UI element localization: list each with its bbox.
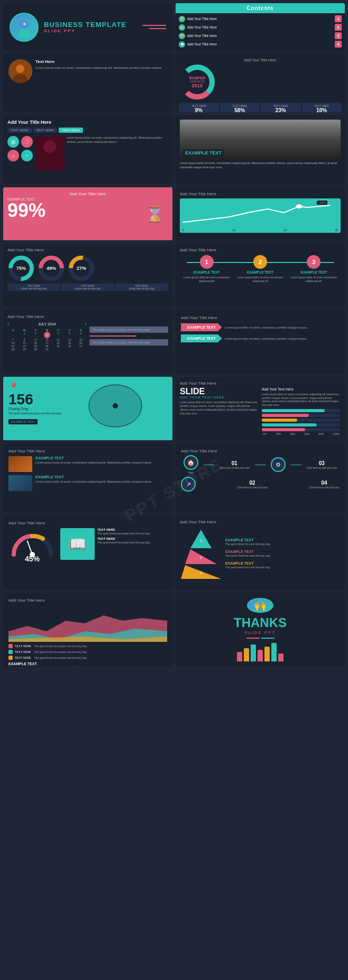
- step-circle-2: 2: [253, 255, 267, 269]
- step-title-2: EXAMPLE TEXT: [247, 270, 273, 274]
- slide-title: Add Your Title Here: [8, 449, 167, 453]
- cal-header: ‹ JULY 2014 ›: [7, 321, 87, 327]
- donut-year: 201X: [189, 83, 205, 88]
- slide-calendar: Add Your Title Here ‹ JULY 2014 › S M T …: [3, 310, 172, 374]
- tab-2[interactable]: TEXT HERE: [33, 128, 58, 133]
- slide-tabs-icons: Add Your Title Here TEXT HERE TEXT HERE …: [3, 115, 172, 184]
- map-example: EXAMPLE TEXT: [8, 419, 38, 424]
- step-body-3: Lorem ipsum dolor sit amet consectetur a…: [287, 276, 341, 283]
- flow-connector-1: [204, 465, 214, 465]
- contents-list: 🏆 Add Your Title Here 1 🏡 Add Your Title…: [176, 13, 345, 50]
- book-icon: 📖: [60, 528, 95, 560]
- tab-1[interactable]: TEXT HERE: [7, 128, 32, 133]
- pyr-item-2: EXAMPLE TEXT The quick brown fox over th…: [225, 550, 270, 557]
- step-body-2: Lorem ipsum dolor sit amet consectetur a…: [233, 276, 287, 283]
- thanks-sub: SLIDE PPT: [245, 630, 276, 635]
- item-icon-1: 🏆: [179, 16, 185, 22]
- pyramid-svg: 1 2 3: [180, 527, 222, 580]
- flow-node-04: 04 Click here to edit your text: [309, 480, 340, 489]
- brand-title: BUSINESS TEMPLATE: [44, 21, 126, 29]
- avatar: ✈: [10, 13, 39, 42]
- text-title: Text Here: [35, 59, 162, 64]
- hbar-track: [262, 414, 341, 417]
- slide-title: Add Your Title Here: [181, 315, 340, 320]
- stat-4: TEXT HERE 10%: [302, 103, 342, 112]
- donut-label1: BUMPER: [189, 76, 205, 80]
- article-img-2: [8, 475, 32, 491]
- area-footer: EXAMPLE TEXT Lorem ipsum dolor sit amet,…: [8, 662, 167, 667]
- slide-title: Add Your Title Here: [8, 598, 167, 603]
- legend-3: TEXT HERE The quick brown fox jumps over…: [8, 656, 167, 660]
- article-img-1: [8, 456, 32, 472]
- donut-center: BUMPER HARVEST 201X: [189, 76, 205, 88]
- svg-point-11: [43, 140, 56, 153]
- legend-label-2: TEXT HERE: [15, 650, 31, 654]
- svg-point-1: [18, 29, 31, 38]
- flow-num-01: 01: [232, 460, 237, 466]
- speedo-right: 📖 TEXT HERE The quick brown fox jumps ov…: [60, 528, 167, 560]
- circle-1: 75%: [7, 255, 35, 282]
- bar-label-2: TEXT HEREjumps over the lazy dog: [61, 284, 114, 291]
- decorative-lines: [132, 25, 166, 29]
- flow-start-label: Start: [188, 471, 194, 474]
- hbar-fill-2: [262, 414, 309, 417]
- slide-photo-example: EXAMPLE TEXT Lorem ipsum dolor sit amet,…: [176, 115, 345, 184]
- article-title-1: EXAMPLE TEXT: [35, 456, 152, 460]
- cal-cell: 2: [30, 332, 41, 338]
- item-num-1: 1: [335, 15, 342, 22]
- cal-cell: 26: [64, 344, 75, 348]
- stat-3: TEXT HERE 23%: [261, 103, 301, 112]
- legend-body-1: The quick brown fox jumps over the lazy …: [34, 645, 87, 648]
- ribbons: EXAMPLE TEXT Lorem ipsum dolor sit amet,…: [181, 323, 340, 342]
- map-content: 📍 156 Chung Cing The quick brown fox jum…: [8, 382, 167, 430]
- contents-header: Contents: [176, 3, 345, 13]
- hbar-fill-5: [262, 428, 305, 431]
- pyramid-content: 1 2 3 EXAMPLE TEXT The quick brown fox o…: [180, 527, 341, 580]
- list-item: 🏆 Add Your Title Here 1: [179, 15, 342, 22]
- flow-desc-04: Click here to edit your text: [309, 486, 340, 489]
- bar-col-7: [278, 654, 283, 661]
- slide-left: SLIDE ADD YOUR TEXT HERE Lorem ipsum dol…: [180, 387, 259, 435]
- timeline: 1 EXAMPLE TEXT Lorem ipsum dolor sit ame…: [180, 255, 341, 283]
- cal-cell: 30: [30, 348, 41, 351]
- flow-desc-03: Click here to edit your text: [306, 466, 337, 469]
- slide-add-text: ADD YOUR TEXT HERE: [180, 396, 259, 399]
- line-1: [142, 25, 166, 26]
- legend-body-3: The quick brown fox jumps over the lazy …: [34, 656, 87, 659]
- ribbon-text-1: Lorem ipsum dolor sit amet, consectetur …: [225, 326, 340, 329]
- cal-prev-icon[interactable]: ‹: [7, 321, 9, 327]
- icon-1: ⊞: [7, 136, 19, 148]
- flow-desc-02: Click here to edit your text: [237, 486, 268, 489]
- tab-3[interactable]: TEXT HERE: [59, 128, 83, 133]
- hbar-chart: [262, 409, 341, 431]
- legend-dot-2: [8, 650, 13, 654]
- circles-area: 75% 49%: [7, 255, 168, 282]
- cal-cell: 5: [64, 332, 75, 338]
- flow-connector-2: [255, 465, 265, 465]
- slide-title: Add Your Title Here: [180, 248, 341, 252]
- slide-big-label: SLIDE: [180, 387, 259, 396]
- timeline-items: 1 EXAMPLE TEXT Lorem ipsum dolor sit ame…: [180, 255, 341, 283]
- pyr-item-3: EXAMPLE TEXT The quick brown fox over th…: [225, 561, 270, 569]
- bar-col-4: [258, 650, 263, 661]
- cal-next-icon[interactable]: ›: [85, 321, 86, 327]
- avatar: [8, 59, 32, 83]
- item-label-2: Add Your Title Here: [187, 25, 333, 29]
- flow-top: 🏠 Start 01 Click here to edit your text …: [181, 455, 340, 474]
- bar-col-1: [237, 652, 242, 661]
- circle-3: 27%: [68, 255, 95, 282]
- flow-node-01: 01 Click here to edit your text: [219, 460, 250, 469]
- article-image: [35, 136, 65, 170]
- donut-pct-1: 75%: [16, 266, 26, 271]
- slide-thanks: 🙌 THANKS SLIDE PPT: [176, 593, 345, 667]
- slide-contents: Contents 🏆 Add Your Title Here 1 🏡 Add Y…: [176, 3, 345, 51]
- cal-note-1: The quick brown fox jumps over the lazy …: [89, 326, 169, 333]
- cal-cell: 6: [75, 332, 86, 338]
- slide-articles: Add Your Title Here EXAMPLE TEXT Lorem i…: [3, 443, 172, 512]
- flow-node-share: ↗: [181, 477, 196, 492]
- bottom-labels: TEXT HEREjumps over the lazy dog TEXT HE…: [7, 284, 168, 291]
- map-left: 📍 156 Chung Cing The quick brown fox jum…: [8, 382, 61, 430]
- map-desc: The quick brown fox jumps over the lazy …: [8, 412, 61, 415]
- slide-title: Add Your Title Here: [7, 248, 168, 252]
- step-title-3: EXAMPLE TEXT: [300, 270, 327, 274]
